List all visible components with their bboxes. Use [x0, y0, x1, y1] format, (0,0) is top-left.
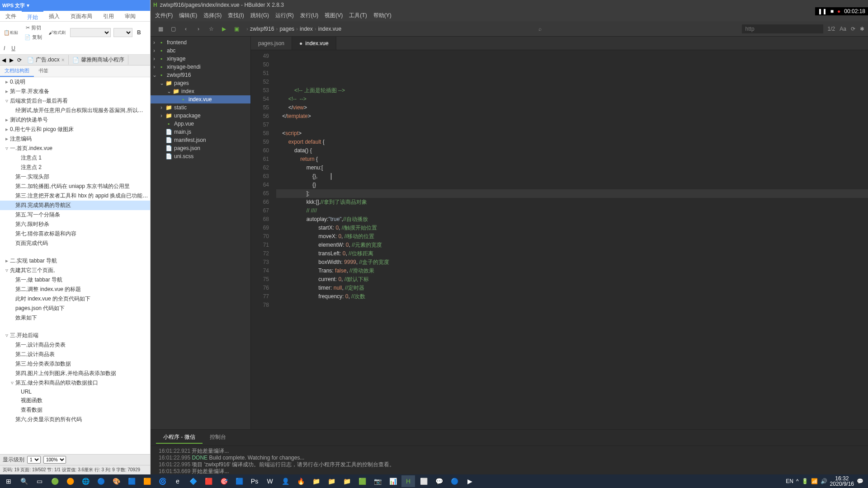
doc-tab-0[interactable]: 📄 广告.docx × — [24, 55, 69, 65]
search-input[interactable] — [742, 24, 823, 33]
outline-item[interactable]: ▿一.首页.index.vue — [0, 144, 150, 153]
file-tree-item[interactable]: ›▪abc — [151, 47, 250, 55]
file-tree-item[interactable]: ▪index.vue — [151, 95, 250, 103]
file-tree-item[interactable]: 📄manifest.json — [151, 136, 250, 144]
search-icon[interactable]: 🔍 — [17, 475, 31, 487]
menu-file[interactable]: 文件(F) — [152, 11, 175, 20]
settings-icon[interactable]: ✱ — [860, 26, 864, 32]
outline-item[interactable]: 第三.注意把开发者工具和 hbx 的 appid 换成自已功能最多的小程序开..… — [0, 191, 150, 201]
nav-back-button[interactable]: ◀ — [0, 56, 8, 64]
outline-item[interactable]: ▿先建其它三个页面, — [0, 266, 150, 275]
nav-fwd-button[interactable]: ▶ — [8, 56, 15, 64]
app-icon[interactable]: 📊 — [386, 475, 400, 487]
menu-find[interactable]: 查找(I) — [225, 11, 246, 20]
app-icon[interactable]: 💬 — [432, 475, 446, 487]
wps-tab-file[interactable]: 文件 — [0, 11, 22, 21]
outline-item[interactable]: 第一,设计商品分类表 — [0, 340, 150, 350]
editor-tab-1[interactable]: ● index.vue — [292, 37, 336, 50]
tray-sound-icon[interactable]: 🔊 — [821, 478, 827, 484]
app-icon[interactable]: 🔥 — [294, 475, 307, 487]
app-icon[interactable]: 🟢 — [48, 475, 61, 487]
wps-tab-home[interactable]: 开始 — [22, 11, 43, 21]
menu-select[interactable]: 选择(S) — [201, 11, 224, 20]
file-tree-item[interactable]: 📄pages.json — [151, 144, 250, 152]
outline-item[interactable]: ▿后端发货后台--最后再看 — [0, 96, 150, 106]
app-icon[interactable]: 🔷 — [186, 475, 200, 487]
outline-item[interactable] — [0, 248, 150, 256]
outline-item[interactable]: ▸0.说明 — [0, 77, 150, 87]
outline-item[interactable]: URL — [0, 388, 150, 396]
file-tree-item[interactable]: 📄uni.scss — [151, 152, 250, 160]
outline-item[interactable]: 第二,调整 index.vue 的标题 — [0, 285, 150, 294]
file-explorer[interactable]: ›▪frontend›▪abc›▪xinyage›▪xinyage-bendi⌄… — [151, 37, 251, 429]
menu-edit[interactable]: 编辑(E) — [176, 11, 200, 20]
app-icon[interactable]: ⬜ — [417, 475, 430, 487]
app-icon[interactable]: 🟩 — [355, 475, 369, 487]
outline-item[interactable]: ▸0.用七牛云和 picgo 做图床 — [0, 125, 150, 134]
underline-button[interactable]: U — [9, 44, 17, 52]
wps-outline-body[interactable]: ▸0.说明▸第一章.开发准备▿后端发货后台--最后再看经测试,放开任意用户后台权… — [0, 77, 150, 454]
app-icon[interactable]: 🟦 — [232, 475, 246, 487]
app-icon[interactable]: 🟥 — [202, 475, 215, 487]
folder-icon[interactable]: 📁 — [309, 475, 323, 487]
outline-item[interactable]: 效果如下 — [0, 313, 150, 323]
outline-item[interactable]: 第三.给分类表添加数据 — [0, 359, 150, 369]
nav-back-icon[interactable]: ‹ — [179, 23, 192, 35]
outline-item[interactable]: 此时 index.vue 的全页代码如下 — [0, 294, 150, 304]
tray-up-icon[interactable]: ^ — [796, 478, 799, 484]
outline-item[interactable]: ▿第五,做分类和商品的联动数据接口 — [0, 378, 150, 388]
wps-tab-ref[interactable]: 引用 — [98, 11, 119, 21]
file-tree-item[interactable]: ›📁unpackage — [151, 112, 250, 120]
wps-tab-layout[interactable]: 页面布局 — [65, 11, 98, 21]
file-tree-item[interactable]: ›▪frontend — [151, 38, 250, 47]
start-button[interactable]: ⊞ — [2, 475, 15, 487]
menu-publish[interactable]: 发行(U) — [297, 11, 321, 20]
notification-icon[interactable]: 💬 — [857, 478, 863, 484]
outline-item[interactable]: ▸测试的快递单号 — [0, 115, 150, 125]
outline-item[interactable]: ▸注意编码 — [0, 134, 150, 144]
outline-item[interactable]: 第六.限时秒杀 — [0, 220, 150, 229]
cut-button[interactable]: ✂ 剪切 — [23, 23, 44, 32]
code-area[interactable]: 4950515253545556575859606162636465666768… — [251, 50, 868, 429]
file-tree-item[interactable]: ⌄📁index — [151, 87, 250, 95]
app-icon[interactable]: 👤 — [278, 475, 292, 487]
tray-icon[interactable]: 🔋 — [802, 478, 808, 484]
outline-item[interactable]: 第四.完成简易的导航区 — [0, 201, 150, 210]
close-icon[interactable]: × — [61, 57, 65, 63]
taskbar-clock[interactable]: 16:32 2020/9/16 — [830, 476, 854, 487]
app-icon[interactable]: ▶ — [463, 475, 476, 487]
copy-button[interactable]: 📄 复制 — [23, 33, 44, 42]
vscode-icon[interactable]: 🟦 — [125, 475, 138, 487]
file-tree-item[interactable]: ▪App.vue — [151, 120, 250, 128]
file-tree-item[interactable]: ›▪xinyage — [151, 55, 250, 63]
code-content[interactable]: <!-- 上面是轮插图 --> <!-- --> </view> </templ… — [273, 50, 868, 429]
outline-item[interactable]: 第五.写一个分隔条 — [0, 210, 150, 220]
doc-tab-1[interactable]: 📄 馨雅阁商城小程序 — [69, 55, 128, 65]
run-play-icon[interactable]: ▶ — [217, 23, 230, 35]
outline-item[interactable]: 第六,分类显示页的所有代码 — [0, 415, 150, 424]
menu-help[interactable]: 帮助(Y) — [371, 11, 394, 20]
outline-tab-bookmark[interactable]: 书签 — [34, 66, 53, 77]
outline-item[interactable]: ▸二.实现 tabbar 导航 — [0, 256, 150, 266]
refresh-button[interactable]: ⟳ — [15, 56, 24, 64]
app-icon[interactable]: 🟠 — [63, 475, 77, 487]
tray-icon[interactable]: 📶 — [811, 478, 818, 484]
tray-icon[interactable]: EN — [786, 478, 793, 484]
font-size-select[interactable]: 小五 — [113, 28, 132, 37]
app-icon[interactable]: 🎨 — [109, 475, 123, 487]
app-icon[interactable]: 🔵 — [448, 475, 461, 487]
hbuilder-icon[interactable]: H — [401, 475, 415, 487]
edge-icon[interactable]: 🌀 — [156, 475, 169, 487]
outline-item[interactable]: 第一,做 tabbar 导航 — [0, 275, 150, 285]
file-tree-item[interactable]: ⌄📁pages — [151, 79, 250, 87]
taskview-icon[interactable]: ▭ — [33, 475, 46, 487]
font-family-select[interactable]: Courier New — [70, 28, 111, 37]
menu-run[interactable]: 运行(R) — [273, 11, 297, 20]
editor-tab-0[interactable]: pages.json — [251, 37, 292, 50]
photoshop-icon[interactable]: Ps — [248, 475, 261, 487]
chrome-icon[interactable]: 🌐 — [79, 475, 92, 487]
file-tree-item[interactable]: ›▪xinyage-bendi — [151, 63, 250, 71]
app-icon[interactable]: 🟧 — [140, 475, 154, 487]
file-tree-item[interactable]: 📄main.js — [151, 128, 250, 136]
outline-item[interactable]: 第一.实现头部 — [0, 172, 150, 182]
